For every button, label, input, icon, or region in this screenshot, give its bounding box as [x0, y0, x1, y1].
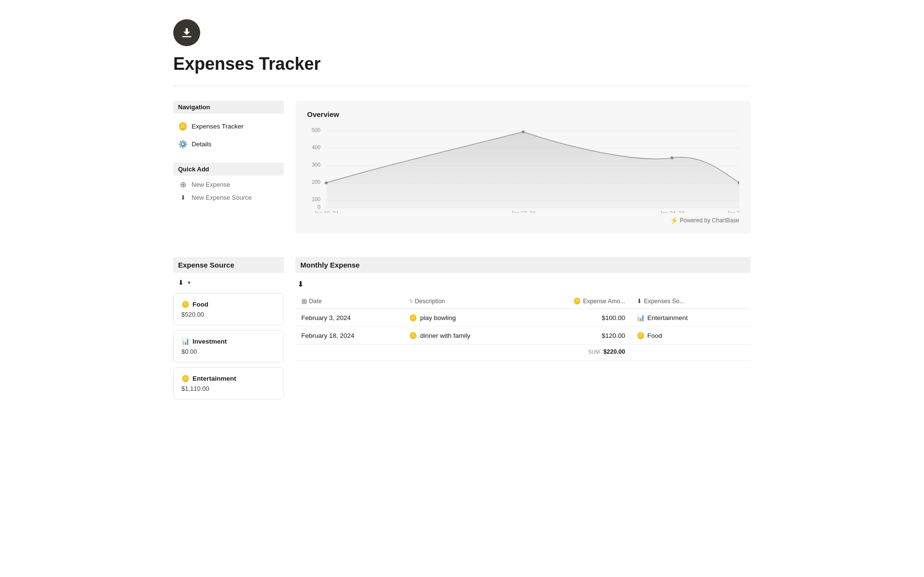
new-expense-source-icon: ⬇	[178, 194, 188, 201]
svg-text:Jan 24, 24: Jan 24, 24	[660, 210, 684, 213]
main-layout: Navigation 🪙 Expenses Tracker ⚙️ Details…	[173, 101, 751, 234]
header-divider	[173, 86, 751, 86]
svg-text:Jan 17, 24: Jan 17, 24	[511, 210, 535, 213]
chart-point-2	[522, 130, 525, 133]
row-1-amount: $100.00	[535, 309, 631, 327]
col-header-description: ⇅ Description	[403, 294, 535, 309]
svg-text:100: 100	[312, 196, 321, 202]
expense-source-section: Expense Source ⬇ ▼ 🪙 Food $520.00 📊 Inve…	[173, 257, 284, 404]
source-controls: ⬇ ▼	[173, 277, 284, 288]
expenses-tracker-label: Expenses Tracker	[192, 123, 244, 130]
svg-text:Jan 10, 24: Jan 10, 24	[314, 210, 338, 213]
source-col-icon: ⬇	[637, 297, 642, 305]
food-amount: $520.00	[181, 311, 276, 318]
source-card-entertainment: 🪙 Entertainment $1,110.00	[173, 367, 284, 399]
new-expense-source-button[interactable]: ⬇ New Expense Source	[173, 192, 284, 204]
sidebar-item-details[interactable]: ⚙️ Details	[173, 137, 284, 151]
date-col-icon: ▦	[301, 297, 307, 305]
row-2-source-icon: 🪙	[637, 332, 645, 339]
powered-by-label: Powered by ChartBase	[680, 217, 739, 224]
sum-empty-1	[295, 345, 403, 360]
col-header-source: ⬇ Expenses So...	[631, 294, 751, 309]
sum-label: SUM	[588, 349, 600, 355]
table-controls: ⬇	[295, 277, 751, 292]
source-chevron-icon[interactable]: ▼	[187, 280, 192, 285]
quick-add-section: Quick Add ⊕ New Expense ⬇ New Expense So…	[173, 163, 284, 204]
row-2-date: February 18, 2024	[295, 327, 403, 345]
chart-point-3	[670, 156, 673, 159]
quick-add-label: Quick Add	[173, 163, 284, 176]
row-2-amount: $120.00	[535, 327, 631, 345]
chart-area: 500 400 300 200 100 0	[307, 126, 739, 213]
new-expense-label: New Expense	[192, 181, 230, 188]
row-2-source: 🪙 Food	[631, 327, 751, 345]
row-1-description: 🪙 play bowling	[403, 309, 535, 327]
source-card-investment: 📊 Investment $0.00	[173, 330, 284, 362]
new-expense-icon: ⊕	[178, 180, 188, 189]
entertainment-icon: 🪙	[181, 374, 190, 382]
food-icon: 🪙	[181, 300, 190, 308]
svg-text:200: 200	[312, 179, 321, 185]
monthly-expense-section: Monthly Expense ⬇ ▦ Date	[295, 257, 751, 404]
new-expense-button[interactable]: ⊕ New Expense	[173, 178, 284, 192]
source-card-investment-title: 📊 Investment	[181, 337, 276, 345]
sum-row: SUM $220.00	[295, 345, 751, 360]
chart-fill	[326, 132, 739, 208]
col-header-date: ▦ Date	[295, 294, 403, 309]
row-1-source: 📊 Entertainment	[631, 309, 751, 327]
sum-value: $220.00	[603, 348, 625, 355]
row-2-desc-icon: 🪙	[409, 332, 417, 339]
svg-text:Jan 31, 24: Jan 31, 24	[727, 210, 739, 213]
source-card-food-title: 🪙 Food	[181, 300, 276, 308]
app-icon	[173, 19, 200, 46]
details-icon: ⚙️	[178, 140, 188, 149]
investment-icon: 📊	[181, 337, 190, 345]
svg-text:300: 300	[312, 162, 321, 167]
expense-source-header: Expense Source	[173, 257, 284, 273]
expense-table-body: February 3, 2024 🪙 play bowling $100.00 …	[295, 309, 751, 360]
new-expense-source-label: New Expense Source	[192, 194, 252, 201]
source-card-food: 🪙 Food $520.00	[173, 293, 284, 325]
table-row: February 3, 2024 🪙 play bowling $100.00 …	[295, 309, 751, 327]
row-1-date: February 3, 2024	[295, 309, 403, 327]
investment-amount: $0.00	[181, 348, 276, 355]
expenses-tracker-icon: 🪙	[178, 122, 188, 131]
sidebar-item-expenses-tracker[interactable]: 🪙 Expenses Tracker	[173, 119, 284, 133]
sum-cell: SUM $220.00	[535, 345, 631, 360]
table-row: February 18, 2024 🪙 dinner with family $…	[295, 327, 751, 345]
sidebar: Navigation 🪙 Expenses Tracker ⚙️ Details…	[173, 101, 284, 234]
svg-text:0: 0	[318, 204, 321, 210]
svg-text:400: 400	[312, 144, 321, 150]
sum-empty-3	[631, 345, 751, 360]
chart-point-1	[325, 181, 328, 184]
table-download-icon[interactable]: ⬇	[297, 280, 304, 288]
source-card-entertainment-title: 🪙 Entertainment	[181, 374, 276, 382]
desc-sort-icon[interactable]: ⇅	[409, 298, 413, 304]
row-2-description: 🪙 dinner with family	[403, 327, 535, 345]
chart-svg: 500 400 300 200 100 0	[307, 126, 739, 213]
lightning-icon: ⚡	[670, 217, 678, 224]
download-icon	[180, 26, 193, 39]
chart-powered-by: ⚡ Powered by ChartBase	[307, 217, 739, 224]
source-download-icon[interactable]: ⬇	[178, 279, 184, 286]
table-header-row: ▦ Date ⇅ Description 🪙	[295, 294, 751, 309]
monthly-expense-header: Monthly Expense	[295, 257, 751, 273]
details-label: Details	[192, 141, 211, 148]
row-1-source-icon: 📊	[637, 314, 645, 321]
col-header-amount: 🪙 Expense Amo...	[535, 294, 631, 309]
page-container: Expenses Tracker Navigation 🪙 Expenses T…	[144, 0, 780, 423]
navigation-label: Navigation	[173, 101, 284, 114]
entertainment-amount: $1,110.00	[181, 385, 276, 392]
svg-text:500: 500	[312, 127, 321, 133]
overview-panel: Overview 500 400 300 200 100 0	[295, 101, 751, 234]
overview-title: Overview	[307, 110, 739, 118]
amount-col-icon: 🪙	[573, 297, 581, 305]
sum-empty-2	[403, 345, 535, 360]
app-title: Expenses Tracker	[173, 54, 751, 74]
header-section: Expenses Tracker	[173, 19, 751, 86]
bottom-layout: Expense Source ⬇ ▼ 🪙 Food $520.00 📊 Inve…	[173, 257, 751, 404]
expense-table: ▦ Date ⇅ Description 🪙	[295, 294, 751, 360]
row-1-desc-icon: 🪙	[409, 314, 417, 321]
